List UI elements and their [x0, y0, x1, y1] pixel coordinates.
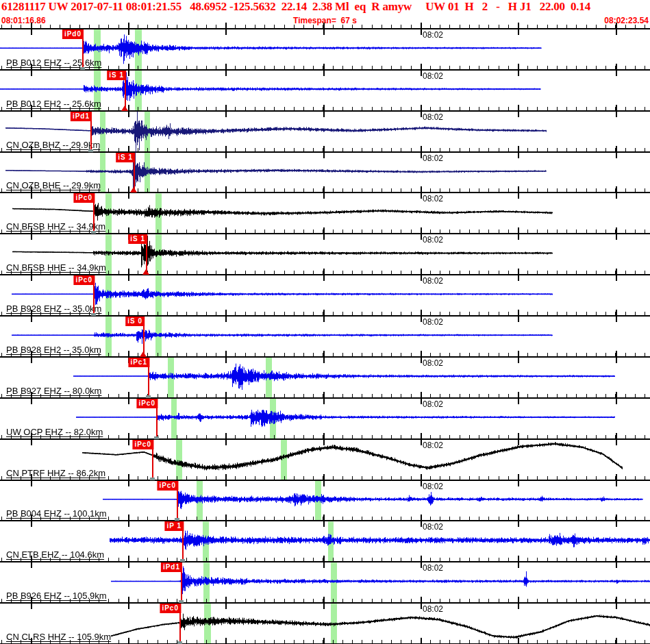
trace-row[interactable]: [0, 398, 650, 439]
trace-row[interactable]: [0, 29, 650, 70]
trace-row[interactable]: [0, 562, 650, 603]
trace-row[interactable]: [0, 439, 650, 480]
seismic-review-window: 61281117 UW 2017-07-11 08:01:21.55 48.69…: [0, 0, 650, 644]
trace-row[interactable]: [0, 357, 650, 398]
trace-row[interactable]: [0, 316, 650, 357]
trace-row[interactable]: [0, 193, 650, 234]
trace-row[interactable]: [0, 70, 650, 111]
trace-row[interactable]: [0, 152, 650, 193]
trace-row[interactable]: [0, 480, 650, 521]
trace-row[interactable]: [0, 603, 650, 644]
trace-row[interactable]: [0, 111, 650, 152]
trace-row[interactable]: [0, 234, 650, 275]
trace-row[interactable]: [0, 521, 650, 562]
trace-row[interactable]: [0, 275, 650, 316]
